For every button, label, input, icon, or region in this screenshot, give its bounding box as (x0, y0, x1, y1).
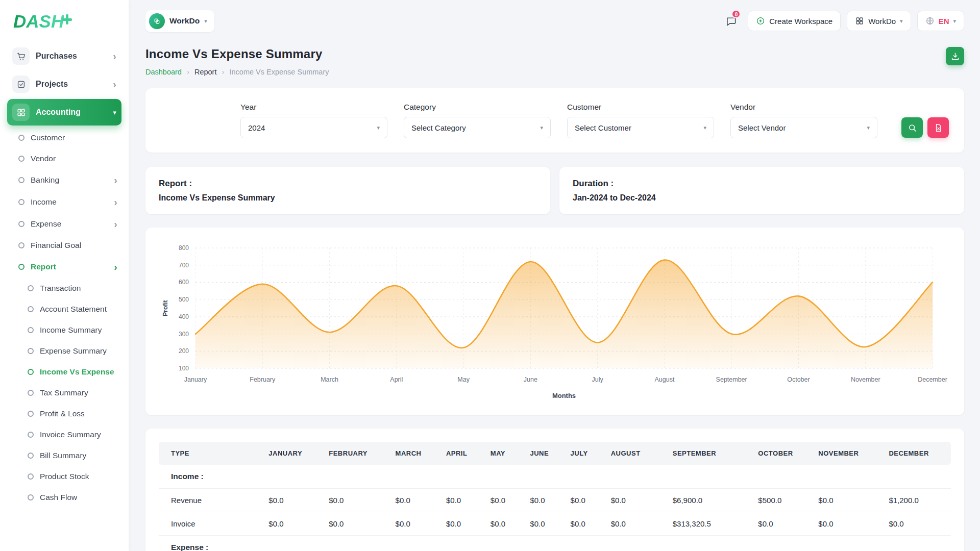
svg-text:400: 400 (179, 313, 189, 320)
bullet-icon (28, 411, 34, 417)
cart-icon (12, 47, 30, 65)
category-select[interactable]: Select Category▾ (404, 117, 551, 138)
sidebar-item-label: Expense (31, 219, 108, 229)
vendor-select[interactable]: Select Vendor▾ (730, 117, 877, 138)
chevron-right-icon: › (114, 219, 117, 229)
chevron-right-icon: › (114, 262, 117, 272)
globe-icon (925, 16, 935, 26)
language-label: EN (939, 17, 949, 26)
sidebar-item-label: Vendor (31, 154, 117, 163)
income-expense-chart: 800700600500400300200100JanuaryFebruaryM… (159, 238, 951, 409)
svg-text:Months: Months (552, 392, 576, 399)
bullet-icon (28, 306, 34, 312)
sidebar-item-profit-loss[interactable]: Profit & Loss (6, 404, 122, 424)
svg-text:April: April (390, 376, 403, 383)
column-header-june: JUNE (524, 442, 564, 465)
chevron-down-icon: ▾ (377, 124, 380, 131)
sidebar-item-customer[interactable]: Customer (6, 128, 122, 148)
sidebar-item-expense-summary[interactable]: Expense Summary (6, 341, 122, 361)
sidebar-item-invoice-summary[interactable]: Invoice Summary (6, 424, 122, 445)
sidebar-item-income-vs-expense[interactable]: Income Vs Expense (6, 362, 122, 382)
bullet-icon (28, 348, 34, 354)
column-header-august: AUGUST (605, 442, 667, 465)
main-content: WorkDo ▾ 0 Create Workspace WorkDo ▾ EN … (129, 0, 980, 551)
sidebar-item-cash-flow[interactable]: Cash Flow (6, 487, 122, 508)
sidebar-item-label: Expense Summary (40, 346, 117, 356)
table-row: Invoice$0.0$0.0$0.0$0.0$0.0$0.0$0.0$0.0$… (159, 512, 951, 536)
app-logo[interactable]: DASH (6, 8, 122, 41)
sidebar-item-bill-summary[interactable]: Bill Summary (6, 445, 122, 466)
chevron-right-icon: › (114, 197, 117, 207)
chevron-down-icon: ▾ (953, 18, 956, 24)
sidebar-item-projects[interactable]: Projects› (7, 71, 121, 97)
sidebar-item-vendor[interactable]: Vendor (6, 148, 122, 169)
sidebar-item-income[interactable]: Income› (6, 191, 122, 213)
reset-filter-button[interactable] (927, 117, 949, 138)
workspace-selector[interactable]: WorkDo ▾ (145, 10, 214, 32)
workspace-name: WorkDo (169, 16, 200, 26)
sidebar-item-tax-summary[interactable]: Tax Summary (6, 383, 122, 403)
svg-text:600: 600 (179, 279, 189, 286)
sidebar-item-banking[interactable]: Banking› (6, 169, 122, 191)
report-summary-card: Report : Income Vs Expense Summary (145, 167, 550, 214)
bullet-icon (28, 473, 34, 480)
chevron-down-icon: ▾ (113, 109, 116, 116)
sidebar-item-report[interactable]: Report› (6, 256, 122, 278)
bullet-icon (28, 285, 34, 291)
chart-card: 800700600500400300200100JanuaryFebruaryM… (145, 228, 964, 415)
svg-text:May: May (457, 376, 470, 383)
sidebar-item-purchases[interactable]: Purchases› (7, 43, 121, 69)
svg-text:800: 800 (179, 244, 189, 252)
bullet-icon (18, 221, 24, 227)
table-header-row: TYPEJANUARYFEBRUARYMARCHAPRILMAYJUNEJULY… (159, 442, 951, 465)
filter-actions (901, 117, 949, 138)
table-section-row: Expense : (159, 536, 951, 551)
sidebar-item-accounting[interactable]: Accounting▾ (7, 99, 121, 126)
download-report-button[interactable] (946, 47, 964, 65)
plus-circle-icon (756, 16, 765, 26)
table-row: Revenue$0.0$0.0$0.0$0.0$0.0$0.0$0.0$0.0$… (159, 489, 951, 512)
sidebar-item-product-stock[interactable]: Product Stock (6, 466, 122, 487)
grid-icon (12, 104, 30, 121)
svg-text:200: 200 (179, 347, 189, 355)
chevron-down-icon: ▾ (867, 124, 870, 131)
page-header: Income Vs Expense Summary Dashboard›Repo… (145, 47, 964, 76)
message-count-badge: 0 (731, 10, 741, 18)
chevron-right-icon: › (113, 79, 116, 89)
svg-text:300: 300 (179, 331, 189, 338)
column-header-november: NOVEMBER (812, 442, 883, 465)
year-select[interactable]: 2024▾ (240, 117, 387, 138)
sidebar-item-label: Customer (31, 133, 117, 142)
sidebar-item-label: Banking (31, 176, 108, 185)
workdo-menu-label: WorkDo (868, 17, 896, 26)
breadcrumb-separator: › (187, 67, 189, 76)
messages-button[interactable]: 0 (720, 11, 742, 31)
sidebar-item-label: Projects (36, 80, 107, 89)
filter-label: Customer (567, 103, 714, 112)
sidebar-item-label: Purchases (36, 52, 107, 61)
sidebar-item-transaction[interactable]: Transaction (6, 278, 122, 298)
duration-value: Jan-2024 to Dec-2024 (573, 193, 951, 203)
svg-text:February: February (250, 376, 276, 383)
language-selector[interactable]: EN ▾ (917, 11, 964, 31)
create-workspace-button[interactable]: Create Workspace (748, 11, 841, 31)
sidebar-item-label: Accounting (36, 108, 107, 117)
bullet-icon (18, 199, 24, 205)
sidebar-item-income-summary[interactable]: Income Summary (6, 320, 122, 340)
column-header-october: OCTOBER (752, 442, 812, 465)
column-header-february: FEBRUARY (323, 442, 389, 465)
sidebar: DASH Purchases›Projects›Accounting▾ Cust… (0, 0, 129, 551)
bullet-icon (28, 453, 34, 459)
clear-filter-icon (934, 123, 943, 133)
apply-filter-button[interactable] (901, 117, 923, 138)
sidebar-item-expense[interactable]: Expense› (6, 213, 122, 235)
column-header-march: MARCH (389, 442, 440, 465)
sidebar-item-account-statement[interactable]: Account Statement (6, 299, 122, 319)
breadcrumb-item-dashboard[interactable]: Dashboard (145, 68, 182, 76)
selected-value: Select Vendor (738, 123, 786, 132)
selected-value: Select Category (411, 123, 466, 132)
selected-value: Select Customer (575, 123, 631, 132)
workdo-menu-button[interactable]: WorkDo ▾ (847, 11, 911, 31)
sidebar-item-financial-goal[interactable]: Financial Goal (6, 235, 122, 256)
customer-select[interactable]: Select Customer▾ (567, 117, 714, 138)
